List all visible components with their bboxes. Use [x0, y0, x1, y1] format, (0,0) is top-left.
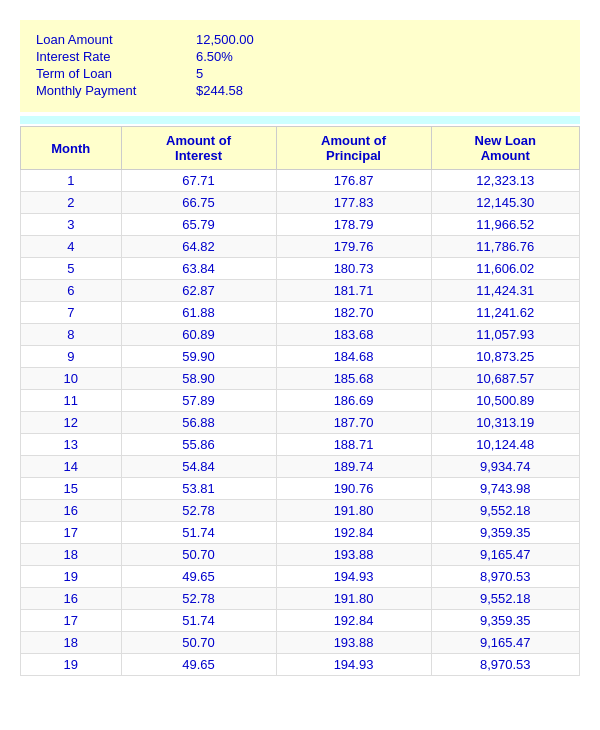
table-cell: 57.89 [121, 390, 276, 412]
interest-rate-label: Interest Rate [36, 49, 196, 64]
table-cell: 178.79 [276, 214, 431, 236]
table-cell: 51.74 [121, 522, 276, 544]
table-cell: 50.70 [121, 632, 276, 654]
table-cell: 56.88 [121, 412, 276, 434]
table-row: 1751.74192.849,359.35 [21, 522, 580, 544]
table-row: 1850.70193.889,165.47 [21, 632, 580, 654]
loan-amount-label: Loan Amount [36, 32, 196, 47]
table-cell: 12 [21, 412, 122, 434]
table-cell: 3 [21, 214, 122, 236]
table-cell: 193.88 [276, 544, 431, 566]
table-cell: 189.74 [276, 456, 431, 478]
table-cell: 52.78 [121, 500, 276, 522]
table-cell: 181.71 [276, 280, 431, 302]
monthly-payment-label: Monthly Payment [36, 83, 196, 98]
table-cell: 190.76 [276, 478, 431, 500]
term-value: 5 [196, 66, 203, 81]
table-cell: 194.93 [276, 654, 431, 676]
table-cell: 9,743.98 [431, 478, 579, 500]
table-cell: 188.71 [276, 434, 431, 456]
table-cell: 18 [21, 544, 122, 566]
term-label: Term of Loan [36, 66, 196, 81]
table-cell: 11 [21, 390, 122, 412]
table-cell: 8 [21, 324, 122, 346]
table-cell: 11,057.93 [431, 324, 579, 346]
col-principal: Amount ofPrincipal [276, 127, 431, 170]
table-row: 860.89183.6811,057.93 [21, 324, 580, 346]
table-cell: 10 [21, 368, 122, 390]
table-cell: 60.89 [121, 324, 276, 346]
cyan-divider [20, 116, 580, 124]
table-row: 1553.81190.769,743.98 [21, 478, 580, 500]
table-cell: 64.82 [121, 236, 276, 258]
table-cell: 179.76 [276, 236, 431, 258]
table-cell: 49.65 [121, 566, 276, 588]
table-cell: 59.90 [121, 346, 276, 368]
table-row: 464.82179.7611,786.76 [21, 236, 580, 258]
table-row: 563.84180.7311,606.02 [21, 258, 580, 280]
table-cell: 7 [21, 302, 122, 324]
table-cell: 16 [21, 588, 122, 610]
table-cell: 49.65 [121, 654, 276, 676]
table-cell: 180.73 [276, 258, 431, 280]
table-cell: 193.88 [276, 632, 431, 654]
table-cell: 17 [21, 522, 122, 544]
table-row: 167.71176.8712,323.13 [21, 170, 580, 192]
table-row: 1652.78191.809,552.18 [21, 588, 580, 610]
table-cell: 183.68 [276, 324, 431, 346]
table-cell: 52.78 [121, 588, 276, 610]
table-cell: 62.87 [121, 280, 276, 302]
main-container: Loan Amount 12,500.00 Interest Rate 6.50… [20, 20, 580, 676]
table-cell: 12,145.30 [431, 192, 579, 214]
table-cell: 10,124.48 [431, 434, 579, 456]
table-cell: 53.81 [121, 478, 276, 500]
table-cell: 9 [21, 346, 122, 368]
table-cell: 11,966.52 [431, 214, 579, 236]
table-cell: 2 [21, 192, 122, 214]
table-cell: 55.86 [121, 434, 276, 456]
table-cell: 18 [21, 632, 122, 654]
table-cell: 192.84 [276, 610, 431, 632]
table-cell: 9,359.35 [431, 522, 579, 544]
interest-rate-row: Interest Rate 6.50% [36, 49, 564, 64]
table-cell: 54.84 [121, 456, 276, 478]
table-row: 1157.89186.6910,500.89 [21, 390, 580, 412]
table-cell: 9,552.18 [431, 500, 579, 522]
table-cell: 66.75 [121, 192, 276, 214]
table-row: 1355.86188.7110,124.48 [21, 434, 580, 456]
table-cell: 10,873.25 [431, 346, 579, 368]
table-row: 1058.90185.6810,687.57 [21, 368, 580, 390]
table-row: 761.88182.7011,241.62 [21, 302, 580, 324]
table-cell: 192.84 [276, 522, 431, 544]
table-cell: 8,970.53 [431, 654, 579, 676]
col-month: Month [21, 127, 122, 170]
table-cell: 4 [21, 236, 122, 258]
table-cell: 14 [21, 456, 122, 478]
table-row: 1454.84189.749,934.74 [21, 456, 580, 478]
col-new-loan: New LoanAmount [431, 127, 579, 170]
table-cell: 16 [21, 500, 122, 522]
table-cell: 63.84 [121, 258, 276, 280]
table-cell: 9,165.47 [431, 544, 579, 566]
col-interest: Amount ofInterest [121, 127, 276, 170]
interest-rate-value: 6.50% [196, 49, 233, 64]
monthly-payment-value: $244.58 [196, 83, 243, 98]
table-row: 1256.88187.7010,313.19 [21, 412, 580, 434]
table-cell: 65.79 [121, 214, 276, 236]
table-cell: 187.70 [276, 412, 431, 434]
table-cell: 19 [21, 566, 122, 588]
table-cell: 50.70 [121, 544, 276, 566]
table-row: 1949.65194.938,970.53 [21, 566, 580, 588]
table-row: 365.79178.7911,966.52 [21, 214, 580, 236]
table-cell: 182.70 [276, 302, 431, 324]
table-body: 167.71176.8712,323.13266.75177.8312,145.… [21, 170, 580, 676]
table-cell: 58.90 [121, 368, 276, 390]
table-cell: 9,552.18 [431, 588, 579, 610]
table-cell: 10,687.57 [431, 368, 579, 390]
table-row: 1949.65194.938,970.53 [21, 654, 580, 676]
loan-amount-row: Loan Amount 12,500.00 [36, 32, 564, 47]
table-cell: 6 [21, 280, 122, 302]
table-cell: 191.80 [276, 500, 431, 522]
table-cell: 11,786.76 [431, 236, 579, 258]
table-cell: 9,934.74 [431, 456, 579, 478]
